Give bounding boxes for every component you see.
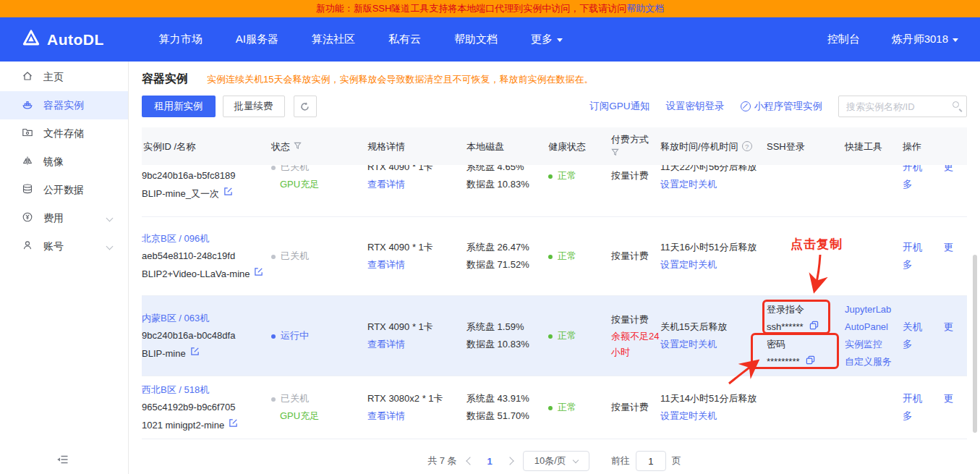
release-time: 11天16小时51分后释放: [660, 239, 759, 256]
copy-icon[interactable]: [809, 318, 819, 336]
nav-item-private-cloud[interactable]: 私有云: [388, 33, 421, 46]
edit-icon[interactable]: [223, 185, 233, 202]
goto-page-input[interactable]: [636, 451, 666, 471]
subscribe-gpu-notify-link[interactable]: 订阅GPU通知: [589, 100, 649, 113]
search-input[interactable]: [838, 96, 967, 117]
rent-new-instance-button[interactable]: 租用新实例: [142, 96, 216, 117]
instance-id: 9bc240b16a-b5fc8189: [142, 167, 264, 185]
page-number[interactable]: 1: [483, 456, 497, 467]
col-spec: 规格详情: [367, 140, 405, 153]
jupyterlab-link[interactable]: JupyterLab: [845, 301, 895, 318]
col-pay: 付费方式: [611, 134, 649, 145]
set-shutdown-timer-link[interactable]: 设置定时关机: [660, 339, 717, 350]
filter-icon[interactable]: [294, 140, 302, 153]
region-link[interactable]: 内蒙B区 / 063机: [142, 313, 209, 323]
col-action: 操作: [903, 140, 921, 153]
edit-icon[interactable]: [190, 344, 200, 362]
power-off-link[interactable]: 关机: [903, 321, 922, 332]
set-key-login-link[interactable]: 设置密钥登录: [666, 100, 725, 113]
instance-monitor-link[interactable]: 实例监控: [845, 336, 895, 353]
sidebar-item-container-instances[interactable]: 容器实例: [0, 91, 128, 119]
miniprogram-icon: [741, 101, 751, 111]
power-on-link[interactable]: 开机: [903, 242, 922, 253]
sidebar: 主页 容器实例 文件存储 镜像 公开数据 费用 账号: [0, 62, 129, 474]
view-detail-link[interactable]: 查看详情: [367, 179, 405, 190]
col-id: 实例ID /名称: [143, 140, 195, 153]
sidebar-item-file-storage[interactable]: 文件存储: [0, 119, 128, 148]
nav-item-ai-server[interactable]: AI服务器: [236, 33, 278, 46]
col-health: 健康状态: [548, 140, 586, 153]
spec-text: RTX 4090 * 1卡: [367, 165, 459, 176]
next-page-icon[interactable]: [506, 457, 514, 465]
col-status: 状态: [271, 140, 290, 153]
view-detail-link[interactable]: 查看详情: [367, 259, 405, 270]
region-link[interactable]: 北京B区 / 096机: [142, 233, 209, 244]
nav-item-community[interactable]: 算法社区: [312, 33, 355, 46]
status-dot: [271, 166, 276, 170]
sidebar-item-home[interactable]: 主页: [0, 63, 128, 91]
status-dot: [271, 334, 276, 339]
mirror-icon: [22, 155, 33, 169]
col-tools: 快捷工具: [845, 140, 882, 153]
sidebar-item-public-data[interactable]: 公开数据: [0, 176, 128, 204]
vertical-scrollbar-thumb[interactable]: [973, 255, 977, 433]
status-text: 已关机: [281, 250, 309, 261]
question-icon[interactable]: [742, 141, 752, 151]
low-balance-warning: 余额不足24小时: [611, 329, 662, 360]
ssh-command-masked: ssh******: [767, 318, 804, 336]
custom-service-link[interactable]: 自定义服务: [845, 353, 895, 371]
set-shutdown-timer-link[interactable]: 设置定时关机: [660, 410, 717, 421]
page-size-select[interactable]: 10条/页: [523, 451, 589, 471]
table-row: 西北B区 / 518机 965c4192b9-b9c6f705 1021 min…: [142, 376, 967, 439]
col-ssh: SSH登录: [767, 140, 805, 153]
power-on-link[interactable]: 开机: [903, 393, 922, 404]
nav-item-help-docs[interactable]: 帮助文档: [454, 33, 498, 46]
instance-id: 965c4192b9-b9c6f705: [142, 399, 264, 416]
search-icon: [953, 101, 959, 108]
instance-name: 1021 minigpt2-mine: [142, 417, 224, 433]
miniprogram-manage-link[interactable]: 小程序管理实例: [741, 100, 823, 113]
spec-text: RTX 3080x2 * 1卡: [367, 390, 459, 407]
refresh-icon: [299, 101, 310, 112]
health-dot: [548, 334, 553, 339]
page-unit-label: 页: [672, 454, 681, 467]
data-disk: 数据盘 71.52%: [466, 256, 541, 274]
pay-type: 按量计费: [611, 167, 660, 185]
health-dot: [548, 255, 553, 259]
copy-icon[interactable]: [806, 353, 815, 371]
user-menu[interactable]: 炼丹师3018: [892, 33, 958, 46]
prev-page-icon[interactable]: [466, 457, 474, 465]
view-detail-link[interactable]: 查看详情: [367, 410, 405, 421]
view-detail-link[interactable]: 查看详情: [367, 339, 405, 350]
chevron-down-icon: [106, 215, 114, 222]
data-disk: 数据盘 10.83%: [466, 176, 541, 193]
health-text: 正常: [558, 402, 576, 412]
sidebar-item-images[interactable]: 镜像: [0, 148, 128, 176]
set-shutdown-timer-link[interactable]: 设置定时关机: [660, 179, 717, 190]
help-doc-link[interactable]: 帮助文档: [626, 3, 664, 14]
data-disk: 数据盘 10.83%: [466, 336, 541, 353]
brand[interactable]: AutoDL: [22, 29, 104, 50]
autopanel-link[interactable]: AutoPanel: [845, 318, 895, 336]
edit-icon[interactable]: [229, 416, 238, 433]
region-link[interactable]: 西北B区 / 518机: [142, 384, 209, 395]
sidebar-item-billing[interactable]: 费用: [0, 204, 128, 232]
console-link[interactable]: 控制台: [827, 33, 860, 46]
gpu-availability: GPU充足: [271, 176, 360, 193]
total-count: 共 7 条: [427, 454, 456, 467]
nav-item-more[interactable]: 更多: [531, 33, 563, 46]
filter-icon[interactable]: [611, 148, 619, 158]
nav-item-market[interactable]: 算力市场: [159, 33, 203, 46]
batch-renew-button[interactable]: 批量续费: [223, 96, 285, 117]
pay-type: 按量计费: [611, 399, 660, 416]
chevron-down-icon: [106, 243, 114, 250]
refresh-button[interactable]: [294, 96, 317, 117]
sidebar-collapse-icon[interactable]: [56, 454, 69, 467]
set-shutdown-timer-link[interactable]: 设置定时关机: [660, 259, 717, 270]
edit-icon[interactable]: [254, 265, 263, 282]
ssh-password-masked: *********: [767, 353, 800, 371]
health-dot: [548, 406, 553, 410]
power-on-link[interactable]: 开机: [903, 165, 922, 172]
sidebar-item-account[interactable]: 账号: [0, 232, 128, 261]
home-icon: [22, 70, 33, 84]
